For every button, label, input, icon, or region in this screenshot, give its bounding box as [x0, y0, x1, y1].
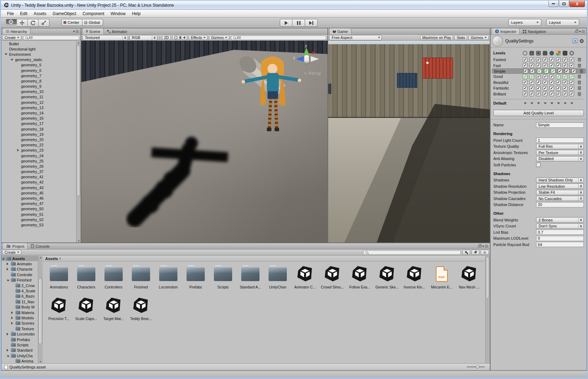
project-tree-item[interactable]: Scripts	[1, 342, 42, 347]
foldout-closed-icon[interactable]	[16, 149, 20, 152]
quality-level-row[interactable]: Fantastic✓✓✓✓✓✓✓✓	[493, 85, 584, 91]
platform-enabled-checkbox[interactable]: ✓	[536, 58, 541, 62]
game-viewport[interactable]	[328, 41, 490, 242]
lock-icon[interactable]	[478, 245, 481, 247]
scrollbar-thumb[interactable]	[486, 257, 489, 299]
platform-enabled-checkbox[interactable]: ✓	[556, 80, 561, 85]
project-search-input[interactable]	[363, 250, 461, 255]
asset-item[interactable]: PDFMecanim E...	[428, 264, 455, 294]
platform-enabled-checkbox[interactable]: ✓	[529, 86, 534, 91]
pivot-center-button[interactable]: Center	[61, 19, 82, 26]
platform-enabled-checkbox[interactable]: ✓	[563, 74, 567, 79]
orientation-gizmo[interactable]: y z	[290, 43, 323, 72]
asset-item[interactable]: Nav Mesh ...	[455, 264, 483, 294]
tab-game[interactable]: Game	[329, 28, 351, 34]
platform-enabled-checkbox[interactable]: ✓	[523, 63, 527, 68]
stats-button[interactable]: Stats	[454, 35, 467, 40]
asset-item[interactable]: Generic Ske...	[373, 264, 401, 294]
hierarchy-item[interactable]: geometry_42	[1, 180, 76, 185]
menu-item-gameobject[interactable]: GameObject	[49, 10, 79, 17]
asset-item[interactable]: Crowd Simu...	[319, 264, 346, 294]
project-tree-item[interactable]: 11_Nav	[1, 299, 42, 304]
asset-item[interactable]: Scale Caps...	[73, 296, 100, 326]
2d-toggle-button[interactable]: 2D	[162, 35, 171, 40]
hierarchy-item[interactable]: geometry_static	[1, 57, 76, 62]
project-tree-item[interactable]: Assets	[1, 256, 42, 261]
platform-enabled-checkbox[interactable]: ✓	[543, 63, 547, 68]
project-create-button[interactable]: Create	[2, 250, 21, 255]
default-quality-dropdown[interactable]	[569, 102, 574, 104]
asset-item[interactable]: Follow Exa...	[346, 264, 373, 294]
platform-enabled-checkbox[interactable]: ✓	[563, 86, 567, 91]
field-dropdown[interactable]: Disabled	[536, 156, 584, 161]
scrollbar-thumb[interactable]	[39, 278, 42, 344]
project-tree-item[interactable]: Amima	[1, 358, 42, 363]
field-dropdown[interactable]: Per Texture	[536, 150, 584, 155]
render-channels-dropdown[interactable]: RGB	[129, 35, 157, 40]
title-bar[interactable]: Unity - Teddy Bear Bazooka.unity - New U…	[1, 1, 587, 10]
scene-viewport[interactable]: y z < Persp	[81, 41, 327, 242]
maximize-on-play-button[interactable]: Maximize on Play	[420, 35, 453, 40]
favorites-button[interactable]	[481, 250, 489, 255]
platform-enabled-checkbox[interactable]: ✓	[569, 58, 574, 62]
delete-level-icon[interactable]	[577, 86, 582, 91]
hierarchy-item[interactable]: geometry_19	[1, 132, 76, 137]
aspect-dropdown[interactable]: Free Aspect	[329, 35, 382, 40]
project-tree-item[interactable]: Animatio	[1, 261, 42, 266]
project-tree-item[interactable]: 4_Scale	[1, 288, 42, 293]
field-input[interactable]: 0	[536, 236, 584, 241]
platform-enabled-checkbox[interactable]: ✓	[556, 58, 561, 62]
asset-item[interactable]: UnityChan	[264, 264, 291, 294]
draw-mode-dropdown[interactable]: Textured	[82, 35, 128, 40]
platform-enabled-checkbox[interactable]: ✓	[543, 74, 547, 79]
hierarchy-item[interactable]: geometry_18	[1, 126, 76, 132]
project-tree-item[interactable]: UnityCha	[1, 353, 42, 358]
foldout-open-icon[interactable]	[7, 278, 9, 282]
slider-knob[interactable]	[476, 365, 479, 368]
asset-item[interactable]: Prefabs	[182, 264, 209, 294]
default-quality-dropdown[interactable]	[523, 102, 527, 104]
platform-enabled-checkbox[interactable]: ✓	[530, 69, 535, 73]
hierarchy-item[interactable]: geometry_5	[1, 62, 76, 68]
tab-hierarchy[interactable]: Hierarchy	[2, 28, 31, 34]
project-tree-item[interactable]: Locomotio	[1, 331, 42, 337]
move-tool-button[interactable]	[17, 19, 28, 27]
hierarchy-item[interactable]: Environment	[1, 52, 76, 57]
platform-enabled-checkbox[interactable]: ✓	[572, 69, 576, 73]
platform-enabled-checkbox[interactable]: ✓	[529, 92, 534, 96]
hierarchy-item[interactable]: geometry_6	[1, 68, 76, 73]
menu-item-window[interactable]: Window	[107, 10, 129, 17]
quality-level-row[interactable]: Beautiful✓✓✓✓✓✓✓✓	[493, 80, 584, 86]
platform-enabled-checkbox[interactable]: ✓	[569, 80, 574, 85]
close-button[interactable]: X	[569, 1, 585, 7]
platform-enabled-checkbox[interactable]: ✓	[536, 74, 541, 79]
asset-item[interactable]: Teddy Bear...	[127, 296, 155, 326]
hierarchy-item[interactable]: geometry_41	[1, 174, 76, 180]
platform-enabled-checkbox[interactable]: ✓	[569, 74, 574, 79]
play-button[interactable]	[280, 19, 292, 27]
quality-level-row[interactable]: Good✓✓✓✓✓✓✓✓	[493, 74, 584, 80]
hierarchy-item[interactable]: geometry_11	[1, 94, 76, 100]
name-field[interactable]: Simple	[536, 122, 584, 128]
step-button[interactable]	[305, 19, 318, 27]
default-quality-dropdown[interactable]	[556, 102, 561, 104]
default-quality-dropdown[interactable]	[543, 102, 547, 104]
menu-item-assets[interactable]: Assets	[31, 10, 49, 17]
platform-enabled-checkbox[interactable]: ✓	[556, 92, 561, 96]
platform-enabled-checkbox[interactable]: ✓	[536, 86, 541, 91]
hierarchy-item[interactable]: geometry_47	[1, 201, 76, 206]
help-icon[interactable]: ?	[573, 39, 577, 43]
platform-enabled-checkbox[interactable]: ✓	[529, 80, 534, 85]
hierarchy-item[interactable]: geometry_10	[1, 89, 76, 94]
platform-enabled-checkbox[interactable]: ✓	[537, 69, 542, 73]
default-quality-dropdown[interactable]	[549, 102, 554, 104]
platform-enabled-checkbox[interactable]: ✓	[529, 63, 534, 68]
hierarchy-item[interactable]: geometry_50	[1, 206, 76, 212]
foldout-closed-icon[interactable]	[7, 332, 8, 336]
lighting-toggle-button[interactable]	[172, 35, 180, 40]
scroll-down-icon[interactable]: ▼	[77, 240, 80, 242]
asset-item[interactable]: Animations	[45, 264, 73, 294]
hierarchy-item[interactable]: geometry_26	[1, 164, 76, 169]
platform-enabled-checkbox[interactable]: ✓	[536, 80, 541, 85]
platform-enabled-checkbox[interactable]: ✓	[523, 58, 527, 62]
